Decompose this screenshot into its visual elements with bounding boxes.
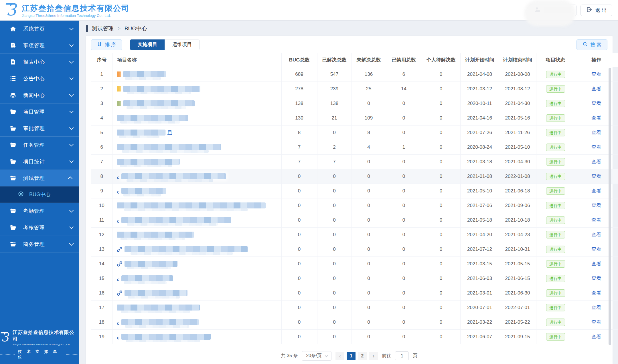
view-link[interactable]: 查看 [591,101,601,106]
project-name-cell[interactable] [112,140,281,154]
personal-pending: 0 [422,81,460,96]
project-name-cell[interactable] [112,300,281,315]
view-link[interactable]: 查看 [591,319,601,325]
operation-cell: 查看 [575,227,618,242]
row-index: 18 [91,315,112,329]
tab-运维项目[interactable]: 运维项目 [165,39,199,50]
sidebar-item-9[interactable]: 项目统计 [0,153,79,170]
project-name-cell[interactable] [112,256,281,271]
project-status-cell: 进行中 [536,198,575,213]
sidebar-item-7[interactable]: 审批管理 [0,120,79,137]
sidebar-item-2[interactable]: 事项管理 [0,37,79,54]
view-link[interactable]: 查看 [591,261,601,266]
notice-list-icon [10,75,16,82]
project-name-cell[interactable] [112,111,281,125]
view-link[interactable]: 查看 [591,188,601,194]
view-link[interactable]: 查看 [591,246,601,252]
tab-实施项目[interactable]: 实施项目 [130,39,165,50]
project-status-cell: 进行中 [536,184,575,198]
view-link[interactable]: 查看 [591,86,601,92]
resolved-total: 547 [317,67,352,81]
project-name-cell[interactable] [112,242,281,256]
scrollbar-thumb[interactable] [609,68,611,345]
sidebar-subitem-BUG中心[interactable]: BUG中心 [0,186,79,203]
view-link[interactable]: 查看 [591,130,601,135]
project-name-cell[interactable] [112,329,281,344]
sidebar-item-11[interactable]: 考勤管理 [0,203,79,219]
sidebar-item-3[interactable]: 报表中心 [0,54,79,70]
view-link[interactable]: 查看 [591,174,601,179]
status-badge: 进行中 [546,114,565,122]
next-page-button[interactable]: › [369,352,378,360]
project-name-cell[interactable] [112,227,281,242]
page-button-2[interactable]: 2 [358,352,367,360]
sidebar-item-10[interactable]: 测试管理 [0,170,79,186]
folder-icon [10,175,16,181]
row-index: 14 [91,256,112,271]
view-link[interactable]: 查看 [591,144,601,150]
sidebar-item-12[interactable]: 考核管理 [0,219,79,236]
page-button-1[interactable]: 1 [347,352,356,360]
project-name-redacted [121,173,226,179]
project-name-cell[interactable] [112,169,281,184]
view-link[interactable]: 查看 [591,71,601,77]
view-link[interactable]: 查看 [591,232,601,237]
search-button[interactable]: 搜 索 [576,39,607,50]
personal-pending: 0 [422,329,460,344]
view-link[interactable]: 查看 [591,159,601,164]
sort-button[interactable]: 排 序 [91,39,122,50]
project-name-redacted [117,202,266,208]
project-name-cell[interactable] [112,286,281,300]
view-link[interactable]: 查看 [591,276,601,281]
logout-button[interactable]: 退 出 [581,5,612,16]
operation-cell: 查看 [575,140,618,154]
table-row: 9000002021-05-102021-06-18进行中查看 [91,184,618,198]
goto-label: 前往 [382,353,391,359]
operation-cell: 查看 [575,81,618,96]
breadcrumb-parent[interactable]: 测试管理 [92,25,114,32]
row-index: 17 [91,300,112,315]
project-name-cell[interactable] [112,213,281,227]
view-link[interactable]: 查看 [591,203,601,208]
table-body: 1689547136602021-04-082021-08-08进行中查看227… [91,67,618,344]
project-name-cell[interactable] [112,184,281,198]
personal-pending: 0 [422,198,460,213]
chevron-down-icon [69,59,74,64]
sidebar-item-8[interactable]: 任务管理 [0,137,79,153]
view-link[interactable]: 查看 [591,115,601,121]
project-name-cell[interactable] [112,154,281,169]
project-name-cell[interactable]: 目 [112,125,281,140]
sidebar-item-5[interactable]: 新闻中心 [0,87,79,104]
project-name-cell[interactable] [112,96,281,111]
content-card: 排 序 实施项目运维项目 搜 索 序号项目名称BUG总数已解决总数未解决总数已禁… [86,36,613,364]
unresolved-total: 109 [352,111,386,125]
view-link[interactable]: 查看 [591,305,601,310]
sidebar-item-6[interactable]: 项目管理 [0,104,79,120]
project-name-cell[interactable] [112,81,281,96]
operation-cell: 查看 [575,198,618,213]
project-name-cell[interactable] [112,67,281,81]
view-link[interactable]: 查看 [591,217,601,223]
row-index: 12 [91,227,112,242]
view-link[interactable]: 查看 [591,290,601,296]
sidebar-item-4[interactable]: 公告中心 [0,70,79,87]
chevron-down-icon [69,241,74,246]
vertical-scrollbar[interactable] [609,68,611,345]
project-name-cell[interactable] [112,198,281,213]
project-name-cell[interactable] [112,271,281,286]
bug-total: 0 [281,286,317,300]
project-name-visible-suffix[interactable]: 目 [167,129,172,136]
disabled-total: 0 [386,198,422,213]
project-color-chip [117,101,121,106]
resolved-total: 0 [317,315,352,329]
goto-page-input[interactable] [395,351,409,360]
page-size-select[interactable]: 20条/页 [302,351,331,361]
user-account-button[interactable] [529,5,576,16]
view-link[interactable]: 查看 [591,334,601,339]
prev-page-button[interactable]: ‹ [335,352,344,360]
sidebar-item-13[interactable]: 商务管理 [0,236,79,252]
sidebar-subitem-label: BUG中心 [29,191,51,198]
sidebar-item-1[interactable]: 系统首页 [0,21,79,37]
project-name-cell[interactable] [112,315,281,329]
plan-start-date: 2020-08-24 [460,140,499,154]
